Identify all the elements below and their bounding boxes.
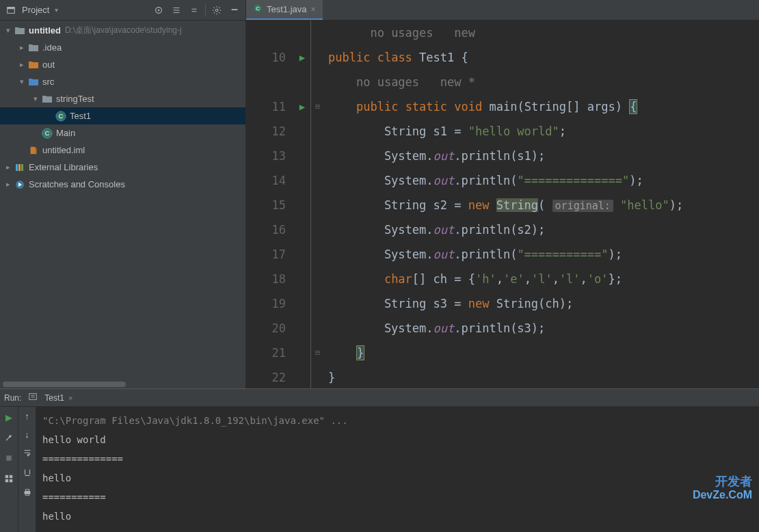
console-output[interactable]: "C:\Program Files\Java\jdk1.8.0_192\bin\… [36,407,759,532]
code-area[interactable]: no usages newpublic class Test1 { no usa… [324,21,759,388]
project-tool-window: Project ▾ ▾untitledD:\桌面\java\javacode\s… [0,0,246,388]
tree-item--idea[interactable]: ▸.idea [0,39,245,56]
wrench-icon[interactable] [3,431,15,444]
print-icon[interactable] [23,488,32,499]
project-icon [4,3,18,17]
svg-rect-14 [16,164,18,171]
horizontal-scrollbar[interactable] [0,380,245,388]
rerun-icon[interactable]: ▶ [3,411,15,423]
tree-item-label: Scratches and Consoles [29,179,125,189]
folder-orange-icon [27,59,40,71]
svg-rect-22 [5,475,8,478]
editor-panel: C Test1.java × 1011121314151617181920212… [246,0,759,388]
tree-arrow-icon[interactable]: ▸ [3,163,14,172]
run-config-icon [28,392,38,403]
scroll-to-end-icon[interactable] [23,468,32,479]
svg-rect-16 [21,164,23,171]
tree-item-main[interactable]: CMain [0,124,245,142]
tree-item-label: Main [56,128,75,138]
svg-rect-5 [232,9,238,10]
console-line: =========== [42,488,752,507]
folder-gray-icon [27,42,40,54]
run-line-icon[interactable]: ▶ [299,94,305,119]
tree-item-scratches-and-consoles[interactable]: ▸Scratches and Consoles [0,176,245,193]
console-line: hello [42,507,752,526]
tree-arrow-icon[interactable]: ▸ [16,60,27,69]
settings-gear-icon[interactable] [210,3,224,17]
project-header: Project ▾ [0,0,245,21]
svg-rect-15 [18,164,21,171]
svg-rect-28 [25,494,29,496]
svg-rect-20 [29,394,37,400]
layout-icon[interactable] [3,473,15,485]
tree-arrow-icon[interactable]: ▾ [3,26,14,35]
folder-blue-icon [27,76,40,88]
separator [205,4,206,16]
scratch-icon [14,178,26,191]
svg-rect-23 [10,475,12,478]
close-tab-icon[interactable]: × [311,5,316,14]
svg-rect-21 [6,455,12,461]
svg-rect-12 [31,146,36,154]
soft-wrap-icon[interactable] [23,448,32,460]
tree-item-label: untitled.iml [42,145,85,155]
svg-rect-24 [5,479,8,482]
console-line: ============== [42,449,752,468]
project-title[interactable]: Project [22,5,49,15]
svg-rect-25 [10,479,12,482]
project-tree[interactable]: ▾untitledD:\桌面\java\javacode\studying-j▸… [0,21,245,380]
hide-panel-icon[interactable] [228,3,241,17]
editor-body[interactable]: 10111213141516171819202122 ▶▶ ⊟⊟ no usag… [246,21,759,388]
tree-arrow-icon[interactable]: ▾ [16,77,27,86]
run-line-icon[interactable]: ▶ [299,45,305,70]
editor-tab-label: Test1.java [267,4,307,14]
down-arrow-icon[interactable]: ↓ [25,429,29,440]
tree-item-label: untitled [29,25,61,36]
tree-item-src[interactable]: ▾src [0,73,245,90]
up-arrow-icon[interactable]: ↑ [25,411,29,421]
line-number-gutter: 10111213141516171819202122 [246,21,294,388]
run-tool-window: Run: Test1 × ▶ ↑ ↓ "C:\Program Files\Jav… [0,388,759,532]
run-header: Run: Test1 × [0,389,759,407]
project-dropdown-icon[interactable]: ▾ [55,6,58,14]
tree-item-out[interactable]: ▸out [0,56,245,73]
console-line: "C:\Program Files\Java\jdk1.8.0_192\bin\… [42,411,752,430]
svg-point-3 [158,9,160,11]
svg-point-4 [215,9,218,12]
svg-text:C: C [256,5,260,12]
run-gutter[interactable]: ▶▶ [294,21,310,388]
tree-item-test1[interactable]: CTest1 [0,107,245,124]
tree-arrow-icon[interactable]: ▸ [3,180,14,189]
expand-all-icon[interactable] [170,3,183,17]
close-run-tab-icon[interactable]: × [68,394,72,402]
tree-item-label: stringTest [56,94,94,104]
fold-gutter[interactable]: ⊟⊟ [310,21,324,388]
run-tab-label: Test1 [44,393,64,403]
tree-item-path: D:\桌面\java\javacode\studying-j [65,25,182,36]
tree-item-label: .idea [42,42,62,53]
tree-item-label: src [42,77,54,87]
lib-icon [14,161,26,174]
collapse-all-icon[interactable] [187,3,201,17]
run-left-toolbar: ▶ [0,407,18,532]
editor-tab-test1[interactable]: C Test1.java × [246,0,323,20]
svg-text:C: C [59,113,64,120]
tree-item-label: External Libraries [29,162,98,172]
svg-rect-1 [8,7,15,9]
folder-gray-icon [14,25,26,37]
run-tab[interactable]: Test1 × [44,393,72,403]
tree-item-label: Test1 [70,111,91,121]
console-line: hello [42,468,752,488]
tree-item-untitled[interactable]: ▾untitledD:\桌面\java\javacode\studying-j [0,22,245,39]
tree-item-untitled-iml[interactable]: untitled.iml [0,142,245,159]
stop-icon[interactable] [3,452,15,464]
tree-arrow-icon[interactable]: ▸ [16,43,27,52]
java-file-icon: C [253,3,263,15]
select-opened-file-icon[interactable] [152,3,165,17]
editor-tab-bar: C Test1.java × [246,0,759,21]
tree-item-stringtest[interactable]: ▾stringTest [0,90,245,107]
tree-arrow-icon[interactable]: ▾ [30,94,41,103]
tree-item-external-libraries[interactable]: ▸External Libraries [0,159,245,176]
tree-item-label: out [42,59,55,70]
iml-icon [27,144,40,157]
